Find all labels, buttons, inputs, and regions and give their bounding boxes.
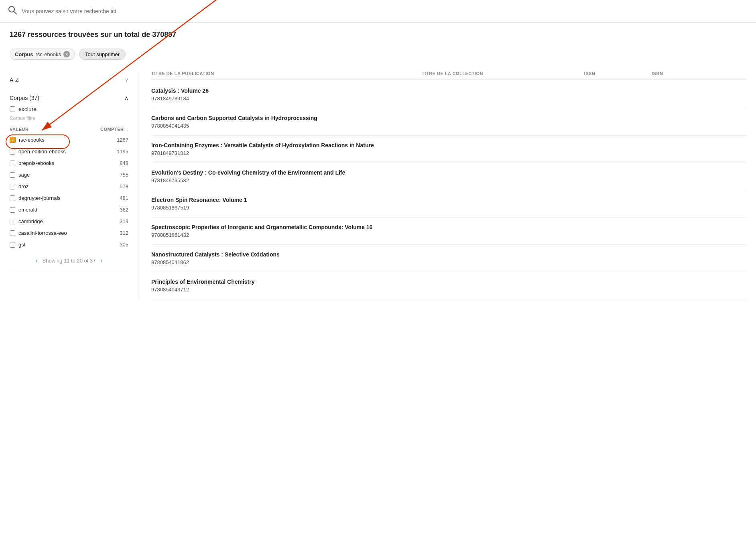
- corpus-table-row[interactable]: brepols-ebooks848: [10, 157, 128, 169]
- result-isbn: 9781849739184: [151, 96, 746, 102]
- main-content: 1267 ressources trouvées sur un total de…: [0, 22, 756, 307]
- result-isbn: 9780851861432: [151, 232, 746, 238]
- results-col-header: TITRE DE LA PUBLICATION: [151, 71, 422, 76]
- results-table-header: TITRE DE LA PUBLICATIONTITRE DE LA COLLE…: [151, 71, 746, 79]
- result-title[interactable]: Spectroscopic Properties of Inorganic an…: [151, 224, 746, 230]
- corpus-item-count: 1267: [89, 134, 129, 146]
- az-filter-section: A-Z ∨: [10, 71, 128, 89]
- corpus-filter-section: Corpus (37) ∧ exclure Corpus filtre: [10, 89, 128, 270]
- chip-value: rsc-ebooks: [36, 51, 61, 57]
- results-list: Catalysis : Volume 269781849739184Carbon…: [151, 81, 746, 299]
- corpus-item-label: open-edition-ebooks: [18, 149, 66, 155]
- result-isbn: 9781849731812: [151, 150, 746, 156]
- result-title[interactable]: Electron Spin Resonance: Volume 1: [151, 197, 746, 203]
- corpus-checkbox[interactable]: [10, 161, 15, 166]
- corpus-table-row[interactable]: ✓rsc-ebooks1267: [10, 134, 128, 146]
- corpus-item-count: 362: [89, 204, 129, 216]
- corpus-checkbox[interactable]: [10, 242, 15, 248]
- list-item: Catalysis : Volume 269781849739184: [151, 81, 746, 108]
- left-panel: A-Z ∨ Corpus (37) ∧ exclure Corpus filtr…: [10, 71, 138, 299]
- corpus-item-label: droz: [18, 183, 28, 189]
- chip-close-icon[interactable]: ✕: [63, 51, 70, 57]
- results-col-header: ISBN: [652, 71, 746, 76]
- corpus-chip[interactable]: Corpus rsc-ebooks ✕: [10, 49, 75, 60]
- az-chevron-icon: ∨: [125, 77, 128, 83]
- corpus-table-row[interactable]: casalini-torrossa-eeo312: [10, 227, 128, 239]
- az-header[interactable]: A-Z ∨: [10, 77, 128, 83]
- corpus-table: VALEUR COMPTER ↓ ✓rsc-ebooks1267open-edi…: [10, 125, 128, 250]
- corpus-checkbox[interactable]: [10, 207, 15, 213]
- corpus-checkbox[interactable]: [10, 172, 15, 178]
- corpus-item-label: brepols-ebooks: [18, 160, 54, 166]
- next-page-button[interactable]: ›: [101, 257, 103, 264]
- svg-line-1: [14, 12, 17, 14]
- corpus-item-label: casalini-torrossa-eeo: [18, 230, 67, 236]
- result-title[interactable]: Catalysis : Volume 26: [151, 87, 746, 94]
- search-icon: [8, 6, 17, 16]
- corpus-label: Corpus (37): [10, 95, 39, 101]
- result-isbn: 9781849735582: [151, 177, 746, 183]
- corpus-item-label: degruyter-journals: [18, 195, 61, 201]
- result-isbn: 9780854043712: [151, 287, 746, 293]
- corpus-chevron-icon: ∧: [124, 95, 128, 101]
- columns-layout: A-Z ∨ Corpus (37) ∧ exclure Corpus filtr…: [10, 71, 746, 299]
- list-item: Electron Spin Resonance: Volume 19780851…: [151, 190, 746, 218]
- prev-page-button[interactable]: ‹: [35, 257, 37, 264]
- corpus-item-count: 848: [89, 157, 129, 169]
- pagination-text: Showing 11 to 20 of 37: [43, 258, 96, 264]
- corpus-filter-label: Corpus filtre: [10, 116, 128, 121]
- chip-prefix: Corpus: [15, 51, 33, 57]
- corpus-table-row[interactable]: open-edition-ebooks1195: [10, 146, 128, 157]
- corpus-item-count: 481: [89, 192, 129, 204]
- exclude-row: exclure: [10, 106, 128, 112]
- results-col-header: TITRE DE LA COLLECTION: [422, 71, 584, 76]
- col-header-count: COMPTER ↓: [89, 125, 129, 134]
- corpus-checkbox[interactable]: [10, 219, 15, 224]
- results-col-header: ISSN: [584, 71, 652, 76]
- results-summary: 1267 ressources trouvées sur un total de…: [10, 31, 746, 39]
- exclude-label: exclure: [18, 106, 37, 112]
- az-label: A-Z: [10, 77, 19, 83]
- result-title[interactable]: Iron-Containing Enzymes : Versatile Cata…: [151, 142, 746, 149]
- corpus-item-label: emerald: [18, 207, 37, 213]
- list-item: Carbons and Carbon Supported Catalysts i…: [151, 108, 746, 136]
- corpus-item-count: 578: [89, 181, 129, 192]
- result-title[interactable]: Evolution's Destiny : Co-evolving Chemis…: [151, 169, 746, 176]
- corpus-checkbox-checked[interactable]: ✓: [10, 137, 16, 143]
- sort-arrow-icon[interactable]: ↓: [126, 127, 128, 132]
- rsc-ebooks-row-wrapper: ✓rsc-ebooks: [10, 137, 89, 143]
- corpus-table-row[interactable]: degruyter-journals481: [10, 192, 128, 204]
- corpus-item-label: sage: [18, 172, 30, 178]
- corpus-table-row[interactable]: sage755: [10, 169, 128, 181]
- right-panel: TITRE DE LA PUBLICATIONTITRE DE LA COLLE…: [138, 71, 746, 299]
- corpus-table-row[interactable]: cambridge313: [10, 216, 128, 227]
- clear-all-button[interactable]: Tout supprimer: [79, 49, 126, 60]
- list-item: Iron-Containing Enzymes : Versatile Cata…: [151, 136, 746, 163]
- corpus-checkbox[interactable]: [10, 149, 15, 155]
- result-title[interactable]: Principles of Environmental Chemistry: [151, 279, 746, 285]
- result-title[interactable]: Nanostructured Catalysts : Selective Oxi…: [151, 251, 746, 258]
- corpus-item-count: 313: [89, 216, 129, 227]
- search-input[interactable]: [22, 8, 748, 14]
- corpus-item-count: 312: [89, 227, 129, 239]
- corpus-item-count: 1195: [89, 146, 129, 157]
- exclude-checkbox[interactable]: [10, 106, 15, 112]
- list-item: Spectroscopic Properties of Inorganic an…: [151, 218, 746, 245]
- corpus-pagination: ‹ Showing 11 to 20 of 37 ›: [10, 250, 128, 264]
- filter-chips: Corpus rsc-ebooks ✕ Tout supprimer: [10, 49, 746, 60]
- list-item: Principles of Environmental Chemistry978…: [151, 272, 746, 299]
- result-isbn: 9780854041435: [151, 123, 746, 129]
- result-title[interactable]: Carbons and Carbon Supported Catalysts i…: [151, 115, 746, 121]
- corpus-checkbox[interactable]: [10, 184, 15, 189]
- corpus-table-row[interactable]: emerald362: [10, 204, 128, 216]
- list-item: Evolution's Destiny : Co-evolving Chemis…: [151, 163, 746, 190]
- search-bar: [0, 0, 756, 22]
- corpus-checkbox[interactable]: [10, 195, 15, 201]
- corpus-item-count: 755: [89, 169, 129, 181]
- corpus-table-row[interactable]: gsl305: [10, 239, 128, 250]
- corpus-item-label: cambridge: [18, 218, 43, 224]
- result-isbn: 9780851867519: [151, 205, 746, 211]
- corpus-header[interactable]: Corpus (37) ∧: [10, 95, 128, 101]
- corpus-table-row[interactable]: droz578: [10, 181, 128, 192]
- corpus-checkbox[interactable]: [10, 230, 15, 236]
